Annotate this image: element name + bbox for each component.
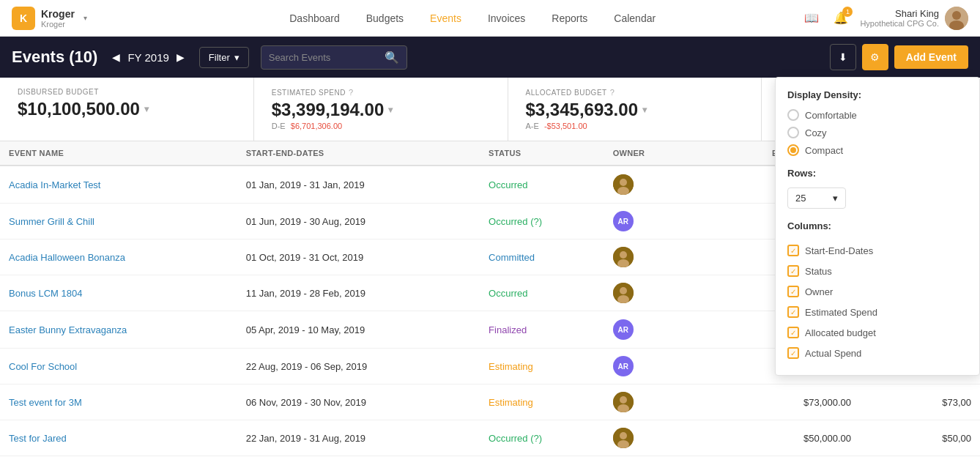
column-checkbox-item[interactable]: ✓ Owner [787,281,968,302]
column-checkbox-item[interactable]: ✓ Estimated Spend [787,302,968,322]
event-link[interactable]: Cool For School [9,361,77,372]
dates-cell: 06 Nov, 2019 - 30 Nov, 2019 [237,384,480,420]
nav-events[interactable]: Events [418,7,473,30]
status-cell: Occurred (?) [480,420,604,456]
disbursed-chevron-icon[interactable]: ▾ [144,104,149,114]
status-badge: Occurred (?) [489,433,542,444]
dates-cell: 22 Jan, 2019 - 31 Aug, 2019 [237,420,480,456]
owner-cell [604,166,691,204]
page-header: Events (10) ◀ FY 2019 ▶ Filter ▾ 🔍 ⬇ ⚙ A… [0,37,980,78]
checkbox-icon: ✓ [787,306,799,318]
column-checkbox-item[interactable]: ✓ Status [787,261,968,281]
comfortable-radio[interactable] [787,109,799,121]
disbursed-label: DISBURSED BUDGET [18,88,236,96]
rows-select[interactable]: 25 ▾ [787,187,846,209]
add-event-button[interactable]: Add Event [894,45,968,69]
filter-button[interactable]: Filter ▾ [199,47,249,68]
column-checkbox-item[interactable]: ✓ Start-End-Dates [787,240,968,261]
nav-reports[interactable]: Reports [540,7,599,30]
checkbox-icon: ✓ [787,245,799,256]
status-cell: Finalized [480,311,604,349]
event-link[interactable]: Test for Jared [9,433,67,444]
column-label: Start-End-Dates [805,245,873,256]
density-comfortable[interactable]: Comfortable [787,109,968,121]
owner-cell: AR [604,311,691,349]
estimated-help-icon[interactable]: ? [349,88,354,97]
search-input[interactable] [269,52,379,63]
density-compact[interactable]: Compact [787,144,968,156]
event-link[interactable]: Test event for 3M [9,397,82,408]
nav-budgets[interactable]: Budgets [354,7,415,30]
owner-avatar [613,428,634,448]
estimated-chevron-icon[interactable]: ▾ [388,105,393,115]
allocated-value: $3,345,693.00 ▾ [526,100,744,120]
book-icon[interactable]: 📖 [801,8,822,29]
compact-label: Compact [805,145,843,156]
density-title: Display Density: [787,89,968,100]
chevron-down-icon[interactable]: ▾ [83,14,87,22]
disbursed-value: $10,100,500.00 ▾ [18,99,236,119]
brand[interactable]: K Kroger Kroger ▾ [12,7,144,30]
notif-badge: 1 [842,7,853,17]
allocated-chevron-icon[interactable]: ▾ [642,105,647,115]
rows-chevron-icon: ▾ [833,193,838,204]
estimated-sub: D-E $6,701,306.00 [272,122,490,130]
dates-cell: 01 Oct, 2019 - 31 Oct, 2019 [237,239,480,275]
notification-icon[interactable]: 🔔 1 [831,8,851,29]
estimated-spend-cell: $50,000.00 [691,420,860,456]
col-dates: START-END-DATES [237,141,480,166]
col-owner: OWNER [604,141,691,166]
svg-point-1 [952,11,961,20]
event-link[interactable]: Acadia Halloween Bonanza [9,252,125,263]
event-link[interactable]: Easter Bunny Extravaganza [9,324,127,335]
estimated-spend-block: ESTIMATED SPEND ? $3,399,194.00 ▾ D-E $6… [254,78,508,141]
status-cell: Estimating [480,384,604,420]
estimated-label: ESTIMATED SPEND ? [272,88,490,97]
owner-avatar: AR [613,319,634,340]
cozy-radio[interactable] [787,127,799,138]
dates-cell: 22 Aug, 2019 - 06 Sep, 2019 [237,349,480,384]
owner-avatar: AR [613,356,634,376]
page-title: Events (10) [12,48,97,67]
settings-button[interactable]: ⚙ [862,44,888,70]
search-icon: 🔍 [385,51,399,64]
disbursed-budget-block: DISBURSED BUDGET $10,100,500.00 ▾ [0,78,254,141]
avatar[interactable] [945,7,968,30]
owner-avatar [613,392,634,412]
status-cell: Occurred [480,166,604,204]
user-details: Shari King Hypothetical CPG Co. [860,8,939,28]
event-link[interactable]: Acadia In-Market Test [9,179,100,190]
nav-calendar[interactable]: Calendar [602,7,667,30]
nav-links: Dashboard Budgets Events Invoices Report… [144,7,801,30]
event-name-cell: Test event for 3M [0,384,237,420]
year-prev-button[interactable]: ◀ [109,48,123,66]
download-button[interactable]: ⬇ [830,44,856,70]
status-badge: Occurred (?) [489,216,542,227]
nav-invoices[interactable]: Invoices [476,7,537,30]
event-name-cell: Summer Grill & Chill [0,204,237,239]
user-info[interactable]: Shari King Hypothetical CPG Co. [860,7,968,30]
user-company: Hypothetical CPG Co. [860,19,939,28]
status-badge: Committed [489,252,535,263]
year-next-button[interactable]: ▶ [174,48,188,66]
brand-sub: Kroger [41,20,75,29]
allocated-help-icon[interactable]: ? [610,88,615,97]
density-cozy[interactable]: Cozy [787,127,968,138]
svg-point-16 [620,432,627,439]
event-name-cell: Cool For School [0,349,237,384]
column-checkbox-item[interactable]: ✓ Actual Spend [787,343,968,363]
nav-dashboard[interactable]: Dashboard [278,7,352,30]
column-checkbox-item[interactable]: ✓ Allocated budget [787,322,968,343]
status-cell: Committed [480,239,604,275]
rows-section: Rows: 25 ▾ [787,168,968,209]
compact-radio[interactable] [787,144,799,156]
status-badge: Estimating [489,361,533,372]
owner-cell: AR [604,349,691,384]
columns-title: Columns: [787,220,968,231]
columns-list: ✓ Start-End-Dates ✓ Status ✓ Owner ✓ Est… [787,240,968,363]
col-status: STATUS [480,141,604,166]
event-link[interactable]: Bonus LCM 1804 [9,288,82,299]
checkbox-icon: ✓ [787,327,799,338]
filter-label: Filter [209,52,230,63]
event-link[interactable]: Summer Grill & Chill [9,216,94,227]
